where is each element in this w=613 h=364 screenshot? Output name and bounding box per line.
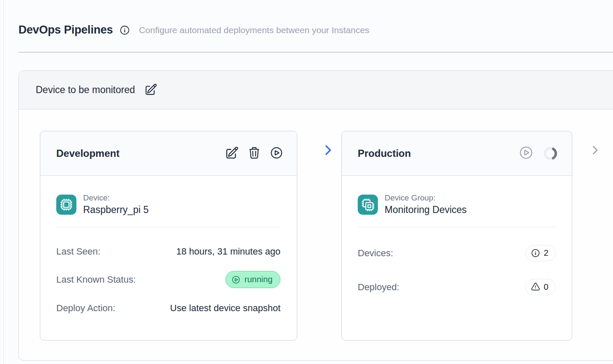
trash-icon (248, 146, 261, 161)
edit-stage-button[interactable] (225, 146, 239, 161)
pencil-square-icon (225, 146, 239, 161)
play-circle-icon (519, 145, 534, 161)
devices-label: Devices: (358, 248, 393, 259)
page-title: DevOps Pipelines (18, 23, 113, 36)
card-divider (358, 227, 555, 227)
status-badge: running (225, 271, 280, 288)
production-stage-card: Production (341, 131, 572, 341)
pipeline-flow-chevron-icon (321, 143, 335, 159)
device-row: Device: Raspberry_pi 5 (56, 193, 280, 216)
devices-count: 2 (544, 248, 548, 258)
deployed-count: 0 (544, 282, 548, 292)
cpu-chip-group-icon (358, 195, 378, 215)
edit-pipeline-button[interactable] (144, 83, 157, 97)
deployed-label: Deployed: (358, 282, 399, 293)
deployed-row: Deployed: 0 (358, 279, 555, 295)
card-divider (56, 227, 280, 227)
pipeline-panel: Device to be monitored Development (18, 70, 613, 361)
warning-triangle-icon (531, 282, 540, 292)
deploy-action-label: Deploy Action: (56, 303, 115, 314)
run-stage-button[interactable] (270, 146, 283, 161)
cpu-chip-icon (56, 195, 76, 215)
content-left-border (3, 0, 4, 364)
device-name: Raspberry_pi 5 (83, 204, 149, 216)
production-card-header: Production (342, 131, 572, 176)
production-actions (519, 145, 558, 161)
device-group-row: Device Group: Monitoring Devices (358, 193, 555, 216)
play-circle-icon (270, 146, 283, 161)
pencil-square-icon (144, 83, 157, 97)
deploy-action-value: Use latest device snapshot (170, 303, 280, 314)
last-known-status-label: Last Known Status: (56, 274, 136, 285)
devops-pipelines-page: DevOps Pipelines Configure automated dep… (0, 0, 613, 364)
last-known-status-row: Last Known Status: running (56, 271, 280, 288)
devices-row: Devices: 2 (358, 245, 555, 261)
development-stage-card: Development (40, 131, 297, 341)
status-badge-label: running (244, 275, 272, 284)
device-info: Device: Raspberry_pi 5 (83, 193, 149, 216)
info-icon[interactable] (119, 25, 130, 36)
header-divider (18, 52, 613, 52)
device-group-name: Monitoring Devices (385, 204, 467, 216)
pipeline-panel-header: Device to be monitored (19, 71, 613, 109)
panel-title: Device to be monitored (36, 84, 135, 96)
loading-spinner-icon (542, 146, 558, 161)
device-label: Device: (83, 193, 149, 203)
device-group-info: Device Group: Monitoring Devices (385, 193, 467, 216)
deployed-count-badge[interactable]: 0 (525, 279, 555, 295)
info-circle-icon (531, 248, 540, 258)
last-seen-label: Last Seen: (56, 246, 100, 257)
last-seen-row: Last Seen: 18 hours, 31 minutes ago (56, 246, 280, 257)
page-subtitle: Configure automated deployments between … (139, 25, 369, 35)
delete-stage-button[interactable] (248, 146, 261, 161)
run-stage-button-disabled[interactable] (519, 145, 534, 161)
devices-count-badge[interactable]: 2 (525, 245, 555, 261)
production-title: Production (358, 148, 411, 159)
development-card-header: Development (40, 131, 297, 176)
development-title: Development (56, 148, 120, 159)
development-card-body: Device: Raspberry_pi 5 Last Seen: 18 hou… (40, 176, 297, 314)
scroll-next-chevron-icon[interactable] (589, 144, 601, 158)
deploy-action-row: Deploy Action: Use latest device snapsho… (56, 303, 280, 314)
production-card-body: Device Group: Monitoring Devices Devices… (342, 176, 572, 295)
play-circle-icon (231, 275, 241, 284)
last-seen-value: 18 hours, 31 minutes ago (176, 246, 280, 257)
device-group-label: Device Group: (385, 193, 467, 203)
page-header: DevOps Pipelines Configure automated dep… (18, 23, 613, 36)
pipeline-panel-body: Development (19, 109, 613, 360)
development-actions (225, 146, 283, 161)
